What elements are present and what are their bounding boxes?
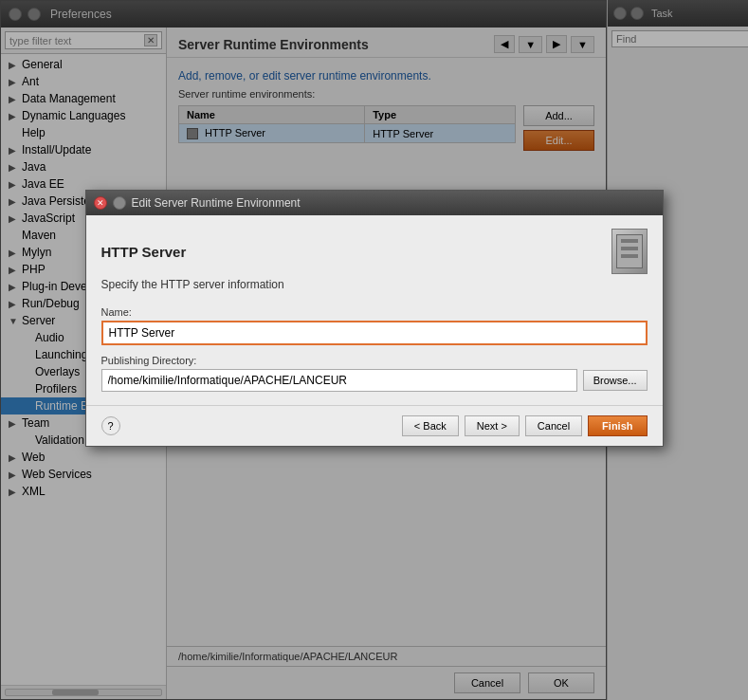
modal-footer-buttons: < Back Next > Cancel Finish bbox=[402, 415, 648, 436]
modal-body: HTTP Server Specify the HTTP server info… bbox=[86, 215, 663, 405]
browse-button[interactable]: Browse... bbox=[583, 370, 648, 391]
help-button[interactable]: ? bbox=[101, 416, 120, 435]
modal-heading-row: HTTP Server bbox=[101, 229, 648, 274]
back-button[interactable]: < Back bbox=[402, 415, 459, 436]
modal-window: ✕ Edit Server Runtime Environment HTTP S… bbox=[85, 190, 664, 447]
name-input[interactable] bbox=[101, 321, 648, 345]
dir-label: Publishing Directory: bbox=[101, 355, 648, 366]
modal-title: Edit Server Runtime Environment bbox=[132, 196, 301, 210]
name-label: Name: bbox=[101, 306, 648, 318]
modal-cancel-button[interactable]: Cancel bbox=[525, 415, 582, 436]
modal-heading-text: HTTP Server bbox=[101, 244, 187, 260]
server-large-icon bbox=[611, 229, 648, 274]
next-button[interactable]: Next > bbox=[465, 415, 520, 436]
dir-row: Browse... bbox=[101, 369, 648, 392]
modal-min-btn[interactable] bbox=[113, 196, 126, 210]
modal-overlay: ✕ Edit Server Runtime Environment HTTP S… bbox=[0, 0, 748, 700]
finish-button[interactable]: Finish bbox=[588, 415, 647, 436]
modal-title-bar: ✕ Edit Server Runtime Environment bbox=[86, 191, 663, 215]
modal-subtitle: Specify the HTTP server information bbox=[101, 278, 648, 291]
dir-input[interactable] bbox=[101, 369, 577, 392]
modal-close-btn[interactable]: ✕ bbox=[94, 196, 107, 210]
modal-footer: ? < Back Next > Cancel Finish bbox=[86, 405, 663, 446]
